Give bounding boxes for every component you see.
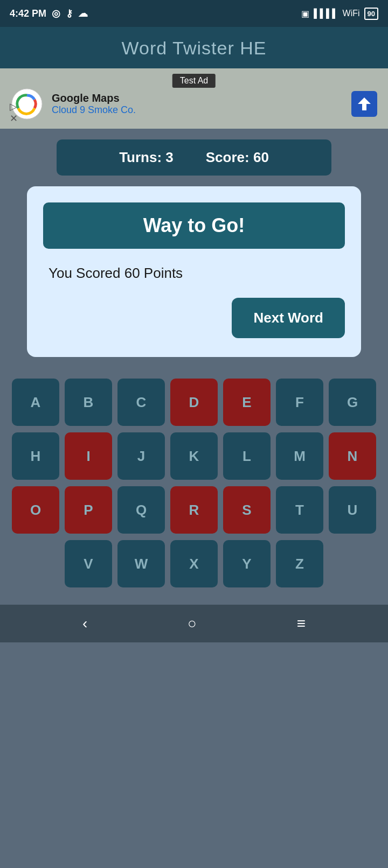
turns-display: Turns: 3 <box>119 149 174 166</box>
ad-company: Google Maps <box>52 92 343 104</box>
key-r[interactable]: R <box>170 486 218 534</box>
key-e[interactable]: E <box>223 379 271 426</box>
app-header: Word Twister HE <box>0 27 388 68</box>
keyboard-row-3: VWXYZ <box>5 540 383 587</box>
key-s[interactable]: S <box>223 486 271 534</box>
navigation-arrow-icon <box>357 96 372 111</box>
score-bar: Turns: 3 Score: 60 <box>57 139 331 176</box>
keyboard-row-0: ABCDEFG <box>5 379 383 426</box>
key-z[interactable]: Z <box>276 540 323 587</box>
menu-button[interactable]: ≡ <box>297 615 306 632</box>
key-g[interactable]: G <box>329 379 376 426</box>
next-word-button[interactable]: Next Word <box>232 298 345 338</box>
score-value: 60 <box>253 149 269 165</box>
status-right: ▣ ▌▌▌▌ WiFi 90 <box>301 8 378 20</box>
keyboard-area: ABCDEFGHIJKLMNOPQRSTUVWXYZ <box>0 368 388 599</box>
vibrate-icon: ▣ <box>301 9 309 19</box>
key-w[interactable]: W <box>117 540 165 587</box>
key-u[interactable]: U <box>329 486 376 534</box>
svg-marker-1 <box>358 97 371 110</box>
battery-icon: 90 <box>364 8 378 20</box>
ad-nav-icon[interactable] <box>351 91 377 117</box>
status-bar: 4:42 PM ◎ ⚷ ☁ ▣ ▌▌▌▌ WiFi 90 <box>0 0 388 27</box>
key-v[interactable]: V <box>65 540 112 587</box>
ad-label: Test Ad <box>172 74 216 88</box>
key-p[interactable]: P <box>65 486 112 534</box>
dialog-header: Way to Go! <box>43 202 345 249</box>
app-title: Word Twister HE <box>122 38 267 58</box>
home-button[interactable]: ○ <box>188 615 197 632</box>
key-q[interactable]: Q <box>117 486 165 534</box>
nav-bar: ‹ ○ ≡ <box>0 605 388 642</box>
usb-icon: ⚷ <box>66 8 73 19</box>
turns-value: 3 <box>165 149 173 165</box>
ad-controls: ▷ ✕ <box>10 102 18 123</box>
result-dialog: Way to Go! You Scored 60 Points Next Wor… <box>27 186 361 357</box>
back-button[interactable]: ‹ <box>82 615 87 632</box>
ad-tagline: Cloud 9 Smoke Co. <box>52 104 343 116</box>
ad-text: Google Maps Cloud 9 Smoke Co. <box>52 92 343 116</box>
close-icon[interactable]: ✕ <box>10 114 18 123</box>
time: 4:42 PM <box>10 8 46 19</box>
key-i[interactable]: I <box>65 432 112 480</box>
cloud-icon: ☁ <box>78 8 88 19</box>
whatsapp-icon: ◎ <box>52 8 60 19</box>
key-t[interactable]: T <box>276 486 323 534</box>
key-m[interactable]: M <box>276 432 323 480</box>
keyboard-row-2: OPQRSTU <box>5 486 383 534</box>
status-left: 4:42 PM ◎ ⚷ ☁ <box>10 8 88 19</box>
key-c[interactable]: C <box>117 379 165 426</box>
key-x[interactable]: X <box>170 540 218 587</box>
key-f[interactable]: F <box>276 379 323 426</box>
key-d[interactable]: D <box>170 379 218 426</box>
score-label: Score: <box>206 149 250 165</box>
ad-banner[interactable]: Test Ad Google Maps Cloud 9 Smoke Co. ▷ … <box>0 68 388 129</box>
key-k[interactable]: K <box>170 432 218 480</box>
key-a[interactable]: A <box>12 379 59 426</box>
play-icon[interactable]: ▷ <box>10 102 18 111</box>
key-b[interactable]: B <box>65 379 112 426</box>
key-o[interactable]: O <box>12 486 59 534</box>
turns-label: Turns: <box>119 149 162 165</box>
key-y[interactable]: Y <box>223 540 271 587</box>
keyboard-row-1: HIJKLMN <box>5 432 383 480</box>
signal-icon: ▌▌▌▌ <box>314 9 338 18</box>
key-n[interactable]: N <box>329 432 376 480</box>
dialog-overlay: Way to Go! You Scored 60 Points Next Wor… <box>0 186 388 357</box>
key-j[interactable]: J <box>117 432 165 480</box>
score-display: Score: 60 <box>206 149 269 166</box>
wifi-icon: WiFi <box>343 9 360 18</box>
key-h[interactable]: H <box>12 432 59 480</box>
dialog-score-text: You Scored 60 Points <box>43 265 345 282</box>
dialog-footer: Next Word <box>43 298 345 338</box>
dialog-title: Way to Go! <box>143 214 245 236</box>
key-l[interactable]: L <box>223 432 271 480</box>
